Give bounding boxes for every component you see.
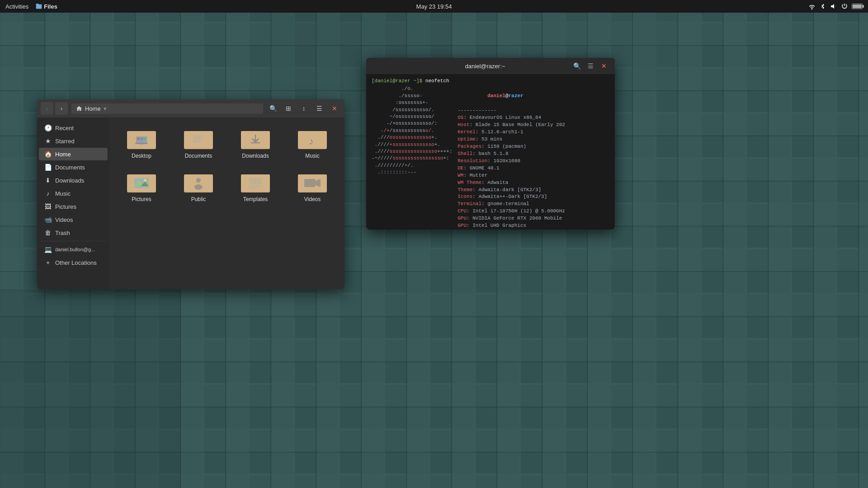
videos-folder-icon [298, 170, 327, 193]
topbar-left: Activities Files [5, 3, 57, 10]
nf-kernel: Kernel: 5.12.6-arch1-1 [458, 129, 565, 136]
downloads-icon: ⬇ [44, 177, 52, 184]
sidebar-item-starred[interactable]: ★ Starred [39, 135, 108, 147]
sidebar-item-network[interactable]: 💻 daniel.bullon@g... [39, 243, 108, 256]
wifi-icon [808, 3, 816, 10]
svg-rect-20 [144, 138, 146, 140]
view-toggle-button[interactable]: ⊞ [282, 102, 295, 115]
home-icon [76, 105, 82, 112]
sort-button[interactable]: ↕ [297, 102, 310, 115]
documents-icon: 📄 [44, 164, 52, 171]
terminal-body[interactable]: [daniel@razer ~]$ neofetch ./o. ./sssso-… [366, 74, 615, 230]
nf-os: OS: EndeavourOS Linux x86_64 [458, 114, 565, 122]
sidebar-divider [41, 241, 106, 241]
nf-terminal: Terminal: gnome-terminal [458, 201, 565, 208]
topbar-datetime: May 23 19:54 [416, 3, 452, 10]
trash-icon: 🗑 [44, 229, 52, 236]
folder-templates[interactable]: Templates [229, 166, 282, 206]
sidebar-label-home: Home [55, 151, 71, 158]
svg-text:♪: ♪ [309, 136, 314, 147]
activities-label[interactable]: Activities [5, 3, 28, 10]
battery-icon [852, 4, 863, 9]
sidebar: 🕐 Recent ★ Starred 🏠 Home 📄 Documents ⬇ … [37, 117, 109, 289]
recent-icon: 🕐 [44, 124, 52, 131]
nf-de: DE: GNOME 40.1 [458, 165, 565, 172]
other-icon: + [44, 259, 52, 266]
sidebar-item-home[interactable]: 🏠 Home [39, 148, 108, 160]
nf-user-line: daniel@razer [458, 85, 565, 107]
folder-public[interactable]: Public [172, 166, 225, 206]
music-icon: ♪ [44, 190, 52, 197]
nf-uptime: Uptime: 53 mins [458, 136, 565, 143]
public-folder-icon [184, 170, 213, 193]
pictures-icon: 🖼 [44, 203, 52, 210]
nav-buttons: ‹ › [41, 102, 68, 115]
svg-rect-18 [137, 138, 140, 140]
terminal-close-button[interactable]: ✕ [599, 61, 609, 71]
terminal-title: daniel@razer:~ [399, 63, 571, 70]
pictures-folder-label: Pictures [132, 196, 151, 202]
starred-icon: ★ [44, 137, 52, 145]
sidebar-item-downloads[interactable]: ⬇ Downloads [39, 174, 108, 187]
file-body: 🕐 Recent ★ Starred 🏠 Home 📄 Documents ⬇ … [37, 117, 344, 289]
videos-icon: 📹 [44, 216, 52, 223]
sound-icon [830, 3, 837, 10]
svg-rect-58 [304, 179, 315, 187]
svg-rect-19 [141, 138, 143, 140]
sidebar-item-other[interactable]: + Other Locations [39, 256, 108, 269]
sidebar-item-music[interactable]: ♪ Music [39, 187, 108, 200]
music-folder-icon: ♪ [298, 127, 327, 150]
sidebar-item-trash[interactable]: 🗑 Trash [39, 226, 108, 239]
folder-documents[interactable]: Documents [172, 123, 225, 163]
nf-packages: Packages: 1159 (pacman) [458, 143, 565, 150]
svg-point-47 [196, 178, 201, 183]
folder-music[interactable]: ♪ Music [286, 123, 339, 163]
folder-pictures[interactable]: Pictures [115, 166, 168, 206]
terminal-command: [daniel@razer ~]$ neofetch [372, 78, 609, 84]
forward-button[interactable]: › [55, 102, 68, 115]
sidebar-label-downloads: Downloads [55, 177, 84, 184]
terminal-menu-button[interactable]: ☰ [585, 61, 596, 71]
nf-shell: Shell: bash 5.1.8 [458, 150, 565, 158]
folder-desktop[interactable]: Desktop [115, 123, 168, 163]
menu-button[interactable]: ☰ [313, 102, 326, 115]
sidebar-label-other: Other Locations [55, 259, 97, 266]
downloads-folder-label: Downloads [242, 153, 269, 159]
neofetch-content: ./o. ./sssso- :osssssss+- /sssssssssso/.… [372, 85, 609, 230]
sidebar-label-network: daniel.bullon@g... [55, 247, 95, 252]
documents-folder-icon [184, 127, 213, 150]
sidebar-item-videos[interactable]: 📹 Videos [39, 213, 108, 226]
nf-resolution: Resolution: 868x488 [458, 158, 565, 165]
back-button[interactable]: ‹ [41, 102, 53, 115]
neofetch-info: daniel@razer ------------- OS: Endeavour… [458, 85, 565, 230]
sidebar-item-pictures[interactable]: 🖼 Pictures [39, 200, 108, 213]
close-button[interactable]: ✕ [328, 102, 341, 115]
nf-icons: Icons: Adwaita++-Dark [GTK2/3] [458, 193, 565, 201]
topbar-right [808, 3, 863, 10]
terminal-window: daniel@razer:~ 🔍 ☰ ✕ [daniel@razer ~]$ n… [366, 58, 615, 230]
folder-downloads[interactable]: Downloads [229, 123, 282, 163]
videos-folder-label: Videos [304, 196, 321, 202]
files-label[interactable]: Files [44, 3, 57, 10]
svg-rect-6 [0, 289, 181, 488]
sidebar-label-pictures: Pictures [55, 203, 76, 210]
sidebar-item-recent[interactable]: 🕐 Recent [39, 122, 108, 134]
neofetch-art: ./o. ./sssso- :osssssss+- /sssssssssso/.… [372, 85, 452, 230]
home-nav-icon: 🏠 [44, 150, 52, 158]
terminal-titlebar: daniel@razer:~ 🔍 ☰ ✕ [366, 58, 615, 74]
svg-rect-17 [140, 144, 143, 145]
sidebar-item-documents[interactable]: 📄 Documents [39, 161, 108, 174]
files-app: Files [36, 3, 57, 10]
nf-wmtheme: WM Theme: Adwaita [458, 179, 565, 187]
location-bar[interactable]: Home ▾ [71, 103, 263, 114]
file-manager-window: ‹ › Home ▾ 🔍 ⊞ ↕ ☰ ✕ 🕐 Recent ★ [37, 99, 344, 289]
folder-videos[interactable]: Videos [286, 166, 339, 206]
templates-folder-label: Templates [243, 196, 268, 202]
sidebar-label-trash: Trash [55, 230, 70, 236]
nf-gpu: GPU: NVIDIA GeForce RTX 2060 Mobile [458, 215, 565, 222]
search-button[interactable]: 🔍 [267, 102, 279, 115]
files-icon [36, 3, 42, 9]
svg-rect-24 [193, 136, 204, 136]
terminal-search-button[interactable]: 🔍 [571, 61, 582, 71]
svg-rect-10 [36, 4, 38, 5]
